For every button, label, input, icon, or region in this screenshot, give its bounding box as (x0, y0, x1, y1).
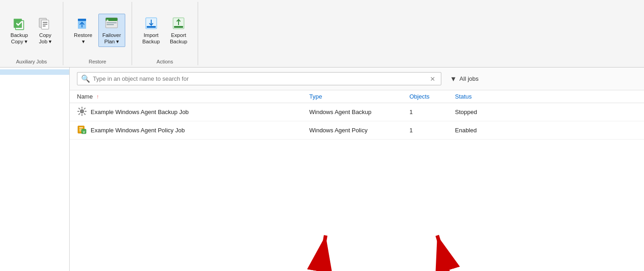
table-header: Name ↑ Type Objects Status (70, 90, 644, 103)
backup-copy-label: BackupCopy ▾ (10, 32, 28, 45)
gear-icon (77, 106, 87, 118)
left-panel-item[interactable] (0, 69, 69, 75)
svg-rect-32 (79, 130, 82, 131)
svg-rect-14 (107, 22, 117, 23)
table-row[interactable]: V Example Windows Agent Policy Job Windo… (70, 121, 644, 140)
failover-plan-icon (104, 16, 119, 31)
filter-label: All jobs (460, 75, 479, 82)
col-header-type[interactable]: Type (309, 93, 409, 100)
svg-line-28 (79, 114, 80, 115)
search-input-wrap: 🔍 ✕ (77, 72, 441, 85)
toolbar: BackupCopy ▾ CopyJob ▾ Auxiliary Jobs (0, 0, 644, 68)
svg-rect-13 (107, 20, 108, 21)
col-header-name[interactable]: Name ↑ (77, 93, 309, 100)
svg-line-27 (84, 108, 86, 109)
restore-buttons: Restore▾ FailoverPlan ▾ (68, 2, 127, 57)
search-bar: 🔍 ✕ ▼ All jobs (70, 68, 644, 90)
restore-button[interactable]: Restore▾ (70, 14, 96, 47)
svg-rect-8 (78, 19, 86, 21)
svg-rect-19 (174, 26, 183, 28)
row-2-type: Windows Agent Policy (309, 127, 409, 134)
failover-plan-label: FailoverPlan ▾ (102, 32, 121, 45)
row-name-2: V Example Windows Agent Policy Job (77, 125, 309, 136)
svg-line-25 (79, 108, 80, 109)
svg-point-20 (80, 109, 84, 113)
row-1-type: Windows Agent Backup (309, 109, 409, 115)
import-backup-icon (144, 16, 158, 31)
restore-label-group: Restore (89, 57, 107, 65)
col-header-status[interactable]: Status (455, 93, 637, 100)
col-header-objects[interactable]: Objects (409, 93, 455, 100)
row-2-name-text: Example Windows Agent Policy Job (91, 127, 185, 134)
row-1-status: Stopped (455, 109, 637, 115)
import-backup-button[interactable]: ImportBackup (138, 14, 164, 47)
export-backup-icon (171, 16, 186, 31)
row-2-status: Enabled (455, 127, 637, 134)
actions-group: ImportBackup ExportBackup Actions (132, 2, 199, 65)
row-1-name-text: Example Windows Agent Backup Job (91, 109, 189, 115)
filter-button[interactable]: ▼ All jobs (446, 73, 483, 85)
restore-group: Restore▾ FailoverPlan ▾ Restore (63, 2, 132, 65)
restore-label: Restore▾ (74, 32, 92, 45)
import-backup-label: ImportBackup (143, 32, 160, 45)
table-row[interactable]: Example Windows Agent Backup Job Windows… (70, 103, 644, 121)
sort-arrow-name: ↑ (96, 94, 99, 100)
backup-copy-button[interactable]: BackupCopy ▾ (6, 14, 32, 47)
svg-rect-3 (41, 20, 49, 29)
policy-icon: V (77, 125, 87, 136)
search-input[interactable] (93, 75, 428, 82)
svg-text:V: V (83, 130, 85, 134)
export-backup-label: ExportBackup (170, 32, 187, 45)
svg-rect-17 (147, 26, 156, 28)
actions-buttons: ImportBackup ExportBackup (137, 2, 194, 57)
clear-search-icon[interactable]: ✕ (428, 75, 437, 83)
search-icon: 🔍 (81, 74, 90, 83)
left-panel (0, 68, 70, 271)
auxiliary-jobs-buttons: BackupCopy ▾ CopyJob ▾ (5, 2, 58, 57)
copy-job-label: CopyJob ▾ (39, 32, 51, 45)
row-2-objects: 1 (409, 127, 455, 134)
actions-label: Actions (157, 57, 173, 65)
svg-rect-12 (109, 18, 114, 21)
failover-plan-button[interactable]: FailoverPlan ▾ (98, 14, 125, 47)
export-backup-button[interactable]: ExportBackup (166, 14, 191, 47)
main-panel: 🔍 ✕ ▼ All jobs Name ↑ Type Objects Statu… (70, 68, 644, 271)
auxiliary-jobs-label: Auxiliary Jobs (16, 57, 47, 65)
row-name-1: Example Windows Agent Backup Job (77, 106, 309, 118)
restore-icon (76, 16, 91, 31)
filter-icon: ▼ (450, 75, 457, 83)
content-area: 🔍 ✕ ▼ All jobs Name ↑ Type Objects Statu… (0, 68, 644, 271)
copy-job-button[interactable]: CopyJob ▾ (34, 14, 56, 47)
svg-rect-30 (79, 127, 83, 128)
svg-line-26 (84, 114, 86, 115)
backup-copy-icon (12, 16, 26, 31)
row-1-objects: 1 (409, 109, 455, 115)
auxiliary-jobs-group: BackupCopy ▾ CopyJob ▾ Auxiliary Jobs (0, 2, 63, 65)
copy-job-icon (38, 16, 52, 31)
svg-rect-15 (107, 24, 114, 25)
